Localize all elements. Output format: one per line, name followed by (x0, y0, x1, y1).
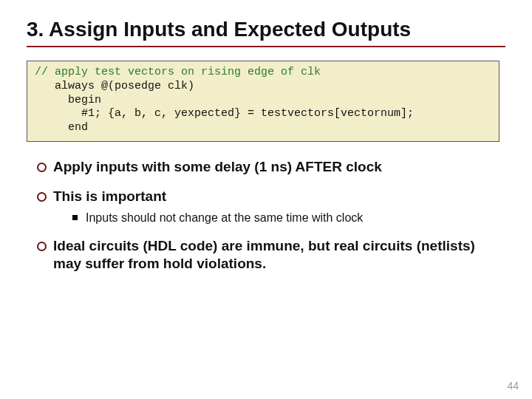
bullet-list: Apply inputs with some delay (1 ns) AFTE… (27, 158, 505, 273)
bullet-item: This is important Inputs should not chan… (37, 188, 505, 226)
slide-title: 3. Assign Inputs and Expected Outputs (27, 18, 505, 47)
bullet-text: Ideal circuits (HDL code) are immune, bu… (53, 238, 475, 271)
bullet-text: Apply inputs with some delay (1 ns) AFTE… (53, 159, 382, 174)
code-line: end (35, 121, 88, 134)
slide-content: 3. Assign Inputs and Expected Outputs //… (0, 0, 532, 273)
bullet-text: This is important (53, 188, 166, 204)
code-block: // apply test vectors on rising edge of … (27, 61, 499, 142)
code-comment: // apply test vectors on rising edge of … (35, 66, 321, 78)
bullet-item: Apply inputs with some delay (1 ns) AFTE… (37, 158, 505, 176)
sub-bullet-list: Inputs should not change at the same tim… (53, 211, 505, 225)
code-line: #1; {a, b, c, yexpected} = testvectors[v… (35, 107, 414, 120)
bullet-item: Ideal circuits (HDL code) are immune, bu… (37, 237, 505, 273)
sub-bullet-text: Inputs should not change at the same tim… (86, 211, 363, 224)
code-line: begin (35, 94, 101, 106)
code-line: always @(posedge clk) (35, 80, 194, 92)
sub-bullet-item: Inputs should not change at the same tim… (72, 211, 505, 225)
page-number: 44 (507, 380, 519, 392)
